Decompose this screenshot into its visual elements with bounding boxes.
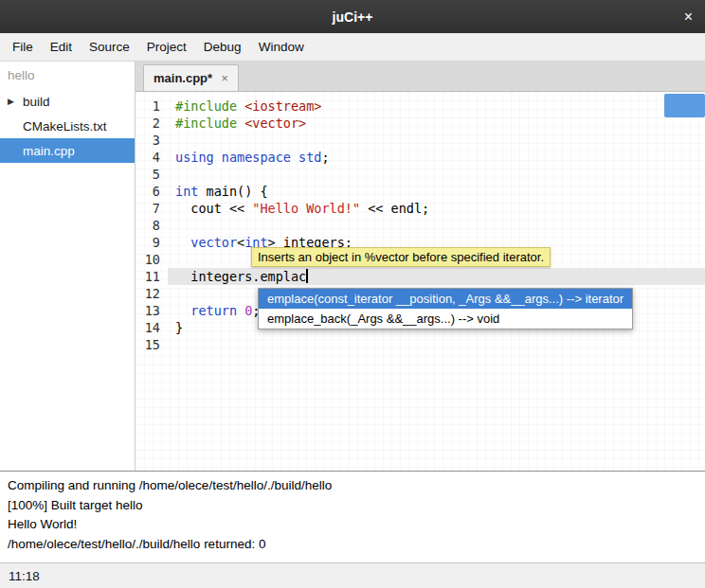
code-text: using namespace std; bbox=[168, 149, 705, 166]
sidebar-item-label: main.cpp bbox=[23, 144, 75, 158]
terminal-line: [100%] Built target hello bbox=[8, 496, 697, 516]
menubar: FileEditSourceProjectDebugWindow bbox=[0, 33, 705, 62]
code-text bbox=[168, 166, 705, 183]
completion-popup: emplace(const_iterator __position, _Args… bbox=[258, 288, 633, 330]
file-tree-panel: hello ▶buildCMakeLists.txtmain.cpp bbox=[0, 62, 136, 471]
sidebar-item-label: build bbox=[23, 95, 50, 109]
code-line[interactable]: 8 bbox=[136, 217, 705, 234]
completion-item[interactable]: emplace(const_iterator __position, _Args… bbox=[259, 289, 632, 309]
line-number: 15 bbox=[136, 336, 168, 353]
expander-icon[interactable]: ▶ bbox=[8, 97, 14, 106]
code-line[interactable]: 5 bbox=[136, 166, 705, 183]
window-close-button[interactable]: × bbox=[684, 9, 693, 26]
menu-item-debug[interactable]: Debug bbox=[195, 33, 250, 61]
line-number: 5 bbox=[136, 166, 168, 183]
line-number: 7 bbox=[136, 200, 168, 217]
menu-item-source[interactable]: Source bbox=[81, 33, 138, 61]
title-bar: juCi++ × bbox=[0, 0, 705, 33]
code-text: int main() { bbox=[168, 183, 705, 200]
tab-close-icon[interactable]: × bbox=[221, 71, 228, 85]
line-number: 6 bbox=[136, 183, 168, 200]
line-number: 8 bbox=[136, 217, 168, 234]
line-number: 3 bbox=[136, 132, 168, 149]
file-tree: ▶buildCMakeLists.txtmain.cpp bbox=[0, 89, 135, 163]
line-number: 4 bbox=[136, 149, 168, 166]
code-line[interactable]: 6int main() { bbox=[136, 183, 705, 200]
tab-main-cpp[interactable]: main.cpp* × bbox=[143, 64, 239, 91]
project-root-label: hello bbox=[0, 62, 135, 89]
sidebar-item-cmakelists-txt[interactable]: CMakeLists.txt bbox=[0, 114, 135, 138]
main-area: hello ▶buildCMakeLists.txtmain.cpp main.… bbox=[0, 62, 705, 471]
editor-column: main.cpp* × 1#include <iostream>2#includ… bbox=[136, 62, 705, 471]
juci-window: { "window": { "title": "juCi++", "close"… bbox=[0, 0, 705, 588]
sidebar-item-label: CMakeLists.txt bbox=[23, 119, 107, 134]
sidebar-item-main-cpp[interactable]: main.cpp bbox=[0, 138, 135, 163]
terminal-output[interactable]: Compiling and running /home/olece/test/h… bbox=[0, 471, 705, 562]
terminal-line: /home/olece/test/hello/./build/hello ret… bbox=[8, 535, 697, 555]
code-line[interactable]: 2#include <vector> bbox=[136, 115, 705, 132]
terminal-line: Hello World! bbox=[8, 515, 697, 535]
line-number: 2 bbox=[136, 115, 168, 132]
line-number: 14 bbox=[136, 319, 168, 336]
code-text: #include <iostream> bbox=[168, 98, 705, 115]
menu-item-edit[interactable]: Edit bbox=[42, 33, 81, 61]
tab-bar: main.cpp* × bbox=[136, 62, 705, 92]
menu-item-window[interactable]: Window bbox=[250, 33, 313, 61]
status-bar: 11:18 bbox=[0, 562, 705, 588]
line-number: 10 bbox=[136, 251, 168, 268]
code-line[interactable]: 11 integers.emplac bbox=[136, 268, 705, 285]
code-line[interactable]: 15 bbox=[136, 336, 705, 353]
code-text: #include <vector> bbox=[168, 115, 705, 132]
code-text bbox=[168, 336, 705, 353]
text-cursor bbox=[306, 269, 308, 283]
line-number: 12 bbox=[136, 285, 168, 302]
tab-label: main.cpp* bbox=[154, 71, 212, 85]
line-number: 13 bbox=[136, 302, 168, 319]
code-line[interactable]: 4using namespace std; bbox=[136, 149, 705, 166]
scrollbar-thumb[interactable] bbox=[664, 94, 705, 117]
code-line[interactable]: 7 cout << "Hello World!" << endl; bbox=[136, 200, 705, 217]
completion-item[interactable]: emplace_back(_Args &&__args...) --> void bbox=[259, 309, 632, 329]
code-line[interactable]: 1#include <iostream> bbox=[136, 98, 705, 115]
editor[interactable]: 1#include <iostream>2#include <vector>34… bbox=[136, 92, 705, 471]
line-number: 9 bbox=[136, 234, 168, 251]
status-time: 11:18 bbox=[9, 569, 40, 583]
code-text: integers.emplac bbox=[168, 268, 705, 285]
line-number: 1 bbox=[136, 98, 168, 115]
doc-tooltip: Inserts an object in %vector before spec… bbox=[251, 247, 551, 267]
code-text: cout << "Hello World!" << endl; bbox=[168, 200, 705, 217]
menu-item-file[interactable]: File bbox=[4, 33, 42, 61]
window-title: juCi++ bbox=[333, 9, 373, 25]
sidebar-item-build[interactable]: ▶build bbox=[0, 89, 135, 114]
terminal-line: Compiling and running /home/olece/test/h… bbox=[8, 476, 697, 496]
line-number: 11 bbox=[136, 268, 168, 285]
code-text bbox=[168, 217, 705, 234]
menu-item-project[interactable]: Project bbox=[138, 33, 195, 61]
code-text bbox=[168, 132, 705, 149]
code-line[interactable]: 3 bbox=[136, 132, 705, 149]
